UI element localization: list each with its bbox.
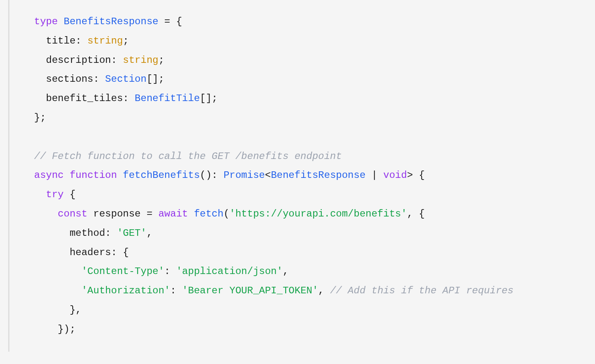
url-string: 'https://yourapi.com/benefits' xyxy=(229,208,407,219)
paren: ( xyxy=(224,208,229,219)
parens: () xyxy=(200,170,212,181)
brace: { xyxy=(64,189,76,200)
code-line-2: title: string; xyxy=(34,35,129,46)
property: sections xyxy=(34,74,93,85)
keyword-try: try xyxy=(34,189,64,200)
code-line-10: try { xyxy=(34,189,76,200)
get-string: 'GET' xyxy=(117,228,147,239)
semicolon: ; xyxy=(158,55,164,66)
code-line-1: type BenefitsResponse = { xyxy=(34,16,182,27)
promise-type: Promise xyxy=(224,170,265,181)
property: description xyxy=(34,55,111,66)
closing-brace-comma: }, xyxy=(34,304,81,316)
colon: : xyxy=(164,266,176,277)
code-line-12: method: 'GET', xyxy=(34,228,152,239)
semicolon: ; xyxy=(123,35,129,46)
keyword-type: type xyxy=(34,16,58,27)
inline-comment: // Add this if the API requires xyxy=(330,285,513,296)
fetch-call: fetch xyxy=(188,208,223,219)
auth-value: 'Bearer YOUR_API_TOKEN' xyxy=(182,285,318,296)
comma: , xyxy=(283,266,288,277)
code-line-8: // Fetch function to call the GET /benef… xyxy=(34,151,342,162)
colon: : xyxy=(105,228,117,239)
auth-key: 'Authorization' xyxy=(34,285,170,296)
code-line-15: 'Authorization': 'Bearer YOUR_API_TOKEN'… xyxy=(34,285,514,296)
void-type: void xyxy=(383,170,407,181)
colon: : xyxy=(123,93,135,104)
closing-paren-semi: }); xyxy=(34,324,76,335)
comma-brace: , { xyxy=(407,208,424,219)
keyword-await: await xyxy=(158,208,188,219)
builtin-type: string xyxy=(88,35,123,46)
code-line-5: benefit_tiles: BenefitTile[]; xyxy=(34,93,218,104)
punctuation: = { xyxy=(158,16,182,27)
code-block: type BenefitsResponse = { title: string;… xyxy=(8,0,595,352)
closing-brace: }; xyxy=(34,112,46,123)
colon: : xyxy=(93,74,105,85)
colon-brace: : { xyxy=(111,247,129,258)
variable: response xyxy=(88,208,147,219)
colon: : xyxy=(212,170,224,181)
code-line-14: 'Content-Type': 'application/json', xyxy=(34,266,288,277)
headers-property: headers xyxy=(34,247,111,258)
comma: , xyxy=(318,285,330,296)
property: benefit_tiles xyxy=(34,93,123,104)
type-name: BenefitsResponse xyxy=(64,16,158,27)
code-line-4: sections: Section[]; xyxy=(34,74,164,85)
code-line-17: }); xyxy=(34,324,76,335)
brackets: []; xyxy=(200,93,217,104)
code-line-11: const response = await fetch('https://yo… xyxy=(34,208,425,219)
equals: = xyxy=(147,208,159,219)
type-name: Section xyxy=(105,74,147,85)
code-line-16: }, xyxy=(34,304,81,316)
type-name: BenefitTile xyxy=(135,93,200,104)
content-type-key: 'Content-Type' xyxy=(34,266,164,277)
keyword-const: const xyxy=(34,208,88,219)
comma: , xyxy=(147,228,152,239)
comment: // Fetch function to call the GET /benef… xyxy=(34,151,342,162)
code-line-13: headers: { xyxy=(34,247,129,258)
pipe: | xyxy=(366,170,383,181)
brackets: []; xyxy=(147,74,164,85)
builtin-type: string xyxy=(123,55,158,66)
method-property: method xyxy=(34,228,105,239)
function-name: fetchBenefits xyxy=(123,170,200,181)
property: title xyxy=(34,35,76,46)
angle-bracket-close: > { xyxy=(407,170,424,181)
code-line-6: }; xyxy=(34,112,46,123)
content-type-value: 'application/json' xyxy=(176,266,283,277)
angle-bracket: < xyxy=(265,170,271,181)
response-type: BenefitsResponse xyxy=(271,170,365,181)
colon: : xyxy=(76,35,88,46)
colon: : xyxy=(111,55,123,66)
code-line-3: description: string; xyxy=(34,55,164,66)
colon: : xyxy=(170,285,182,296)
keyword-function: function xyxy=(69,170,117,181)
code-line-9: async function fetchBenefits(): Promise<… xyxy=(34,170,425,181)
keyword-async: async xyxy=(34,170,64,181)
